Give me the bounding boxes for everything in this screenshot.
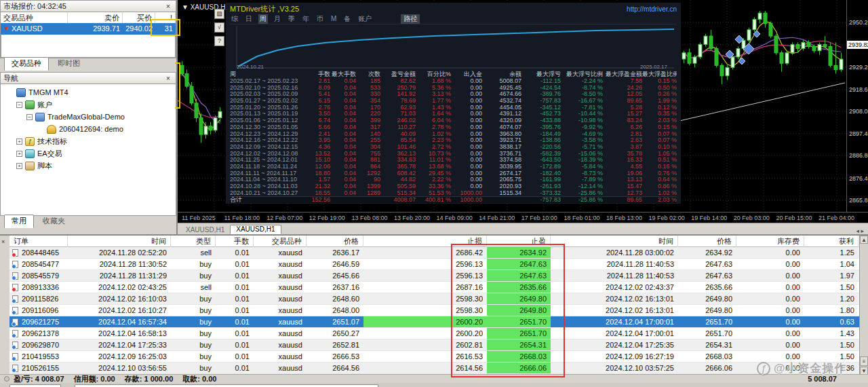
order-row-209629870[interactable]: 2096298702024.12.04 17:25:33buy0.01xauus…: [9, 339, 859, 351]
order-cell-10: 0.00: [736, 328, 804, 339]
order-cell-11: 1.04: [804, 259, 859, 270]
stats-period-button-综[interactable]: 综: [230, 14, 239, 24]
order-cell-7: 2651.70: [487, 328, 551, 339]
orders-col-6-止损[interactable]: 止损: [363, 236, 487, 247]
orders-col-4-交易品种[interactable]: 交易品种: [254, 236, 307, 247]
orders-col-10-库存费[interactable]: 库存费: [736, 236, 804, 247]
order-row-208913336[interactable]: 2089133362024.12.02 02:43:25sell0.01xauu…: [9, 282, 859, 293]
navigator-close-icon[interactable]: ×: [163, 75, 173, 82]
tree-expander-icon[interactable]: +: [16, 139, 22, 145]
order-cell-1: 2024.12.02 16:10:03: [68, 293, 171, 304]
order-row-210419553[interactable]: 2104195532024.12.09 16:25:03buy0.01xauus…: [9, 351, 859, 363]
tab-favorites[interactable]: 收藏夹: [35, 215, 73, 228]
tree-expander-icon[interactable]: −: [16, 102, 22, 108]
orders-col-0-订单[interactable]: 订单: [9, 236, 68, 247]
chart-confirm-button[interactable]: √: [214, 22, 224, 33]
chart-tab-0[interactable]: XAUUSD,H1: [180, 226, 230, 234]
order-id: 210419553: [22, 351, 59, 362]
tree-item-账户[interactable]: −账户: [1, 98, 176, 111]
tree-item-技术指标[interactable]: +ƒ技术指标: [1, 135, 176, 147]
price-tick: 2908.00: [849, 108, 868, 115]
terminal-close-icon[interactable]: ×: [1, 238, 5, 245]
order-row-208448465[interactable]: 2084484652024.11.28 02:52:20sell0.01xauu…: [9, 247, 859, 259]
stats-path-button[interactable]: 路径: [401, 14, 420, 24]
market-watch-table: 交易品种 卖价 买价 ! ▼XAUUSD 2939.71 2940.02 31: [0, 12, 176, 58]
stats-period-button-日[interactable]: 日: [244, 14, 254, 24]
tab-common[interactable]: 常用: [4, 215, 34, 228]
tree-expander-icon[interactable]: +: [16, 151, 22, 157]
tree-item-EA交易[interactable]: +EA交易: [1, 147, 176, 160]
stats-period-button-币[interactable]: 币: [315, 14, 325, 24]
orders-col-3-手数[interactable]: 手数: [216, 236, 254, 247]
tree-item-TMGM MT4[interactable]: TMGM MT4: [1, 86, 176, 98]
tree-item-脚本[interactable]: +脚本: [1, 160, 176, 172]
tab-symbols[interactable]: 交易品种: [4, 57, 49, 71]
scroll-grip-icon[interactable]: ≡: [860, 356, 868, 366]
market-watch-header[interactable]: 交易品种 卖价 买价 !: [1, 12, 176, 23]
market-watch-row-xauusd[interactable]: ▼XAUUSD 2939.71 2940.02 31: [1, 23, 176, 35]
order-cell-9: 2647.63: [678, 270, 736, 281]
order-cell-4: xauusd: [254, 351, 307, 362]
price-scale[interactable]: 2950.202929.202918.602908.002897.402886.…: [846, 0, 868, 212]
order-cell-2: sell: [171, 282, 216, 293]
tree-label: 脚本: [37, 161, 52, 171]
tree-item-TradeMaxGlobal-Demo[interactable]: −TradeMaxGlobal-Demo: [1, 111, 176, 123]
col-ask[interactable]: 买价: [123, 12, 155, 23]
order-row-208545477[interactable]: 2085454772024.11.28 11:30:52buy0.01xauus…: [9, 259, 859, 270]
orders-col-9-价格[interactable]: 价格: [678, 236, 736, 247]
terminal-tab-partial[interactable]: [75, 384, 378, 387]
tree-expander-icon[interactable]: +: [16, 163, 22, 169]
order-id: 209621275: [22, 316, 59, 327]
chart-tab-1[interactable]: XAUUSD,H1: [230, 225, 281, 234]
terminal-scrollbar[interactable]: ▲ ≡ ▼: [859, 236, 868, 383]
order-cell-1: 2024.11.28 11:30:52: [68, 259, 171, 270]
chart-tab-scroll-icons[interactable]: ◂ ▸: [856, 227, 864, 234]
terminal-tab-partial[interactable]: [9, 384, 61, 387]
orders-col-7-止盈[interactable]: 止盈: [487, 236, 551, 247]
order-row-209621378[interactable]: 2096213782024.12.04 16:58:13buy0.01xauus…: [9, 328, 859, 339]
stats-period-button-月[interactable]: 月: [273, 14, 282, 24]
stats-url-link[interactable]: http://mtdriver.cn: [627, 5, 677, 13]
order-row-209115826[interactable]: 2091158262024.12.02 16:10:03buy0.01xauus…: [9, 293, 859, 305]
order-cell-7: 2649.80: [487, 305, 551, 316]
stats-period-button-周[interactable]: 周: [258, 14, 268, 24]
order-row-210526155[interactable]: 2105261552024.12.10 03:56:55buy0.01xauus…: [9, 363, 859, 374]
col-symbol[interactable]: 交易品种: [1, 12, 68, 23]
col-spread[interactable]: !: [155, 12, 176, 23]
chart-help-button[interactable]: ?: [214, 36, 224, 46]
orders-col-8-时间[interactable]: 时间: [551, 236, 678, 247]
order-cell-2: buy: [171, 293, 216, 304]
orders-col-11-获利[interactable]: 获利: [804, 236, 859, 247]
tree-expander-icon[interactable]: −: [26, 114, 33, 120]
stats-period-button-M[interactable]: M: [330, 15, 338, 22]
terminal-gutter: ×: [0, 236, 9, 374]
stats-period-button-备[interactable]: 备: [342, 14, 352, 24]
equity-mini-chart: 2024.10.21 2025.02.17: [230, 24, 677, 71]
stats-period-button-季[interactable]: 季: [287, 14, 296, 24]
time-axis[interactable]: 11 Feb 202511 Feb 18:0012 Feb 07:0012 Fe…: [178, 212, 868, 223]
orders-col-5-价格[interactable]: 价格: [307, 236, 363, 247]
col-bid[interactable]: 卖价: [68, 12, 123, 23]
chart-image-button[interactable]: ▨: [214, 9, 224, 19]
order-cell-4: xauusd: [254, 259, 307, 270]
tab-tick-chart[interactable]: 即时图: [50, 57, 87, 71]
stats-period-button-账户[interactable]: 账户: [357, 14, 373, 24]
order-row-209116096[interactable]: 2091160962024.12.02 16:10:27buy0.01xauus…: [9, 305, 859, 316]
market-watch-titlebar: 市场报价: 04:32:45 ×: [0, 0, 176, 12]
order-cell-8: 2024.11.28 11:40:53: [551, 270, 678, 281]
tree-item-2060412694: demo[interactable]: 2060412694: demo: [1, 123, 176, 135]
equity-curve: [230, 24, 677, 71]
order-cell-2: buy: [171, 270, 216, 281]
status-total-profit: 5 008.07: [808, 375, 837, 383]
stats-period-button-年[interactable]: 年: [301, 14, 311, 24]
scroll-up-icon[interactable]: ▲: [860, 236, 868, 244]
order-row-209621275[interactable]: 2096212752024.12.04 16:57:34buy0.01xauus…: [9, 316, 859, 328]
stats-cell: 51.53 %: [416, 190, 451, 197]
market-watch-close-icon[interactable]: ×: [163, 3, 173, 10]
equity-end-label: 2025.02.17: [640, 64, 667, 70]
order-cell-2: sell: [171, 247, 216, 258]
orders-col-2-类型[interactable]: 类型: [171, 236, 216, 247]
orders-col-1-时间[interactable]: 时间: [68, 236, 171, 247]
order-row-208545579[interactable]: 2085455792024.11.28 11:31:29buy0.01xauus…: [9, 270, 859, 282]
order-cell-3: 0.01: [216, 270, 254, 281]
